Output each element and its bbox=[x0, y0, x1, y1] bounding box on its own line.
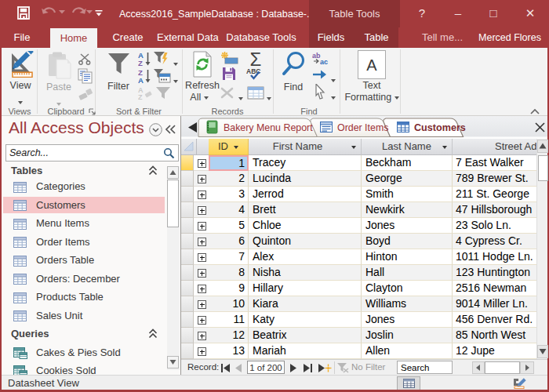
svg-text:Z: Z bbox=[138, 59, 143, 67]
svg-text:Z: Z bbox=[138, 93, 143, 100]
svg-text:ac: ac bbox=[320, 58, 328, 65]
svg-text:Order Items: Order Items bbox=[337, 122, 388, 133]
svg-text:Bakery Menu Report: Bakery Menu Report bbox=[224, 122, 313, 133]
svg-text:A: A bbox=[138, 76, 144, 84]
svg-text:Customers: Customers bbox=[414, 122, 466, 133]
